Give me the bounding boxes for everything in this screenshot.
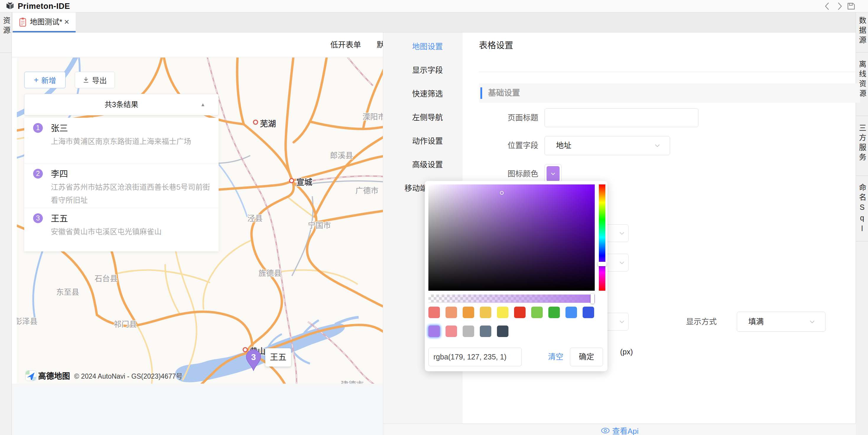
settings-menu-quick-filter[interactable]: 快速筛选 xyxy=(383,82,462,106)
item-address: 江苏省苏州市姑苏区沧浪街道西善长巷5号司前街看守所旧址 xyxy=(51,180,212,207)
nav-back-button[interactable] xyxy=(822,1,832,11)
save-button[interactable] xyxy=(846,1,856,11)
map-county-label: 泾县 xyxy=(247,212,262,223)
left-rail: 资源 xyxy=(0,12,12,435)
toolbar-item-default[interactable]: 默 xyxy=(377,32,383,57)
color-swatch[interactable] xyxy=(463,307,474,318)
color-swatch[interactable] xyxy=(548,307,560,318)
save-icon xyxy=(847,2,856,11)
rail-divider xyxy=(856,241,868,241)
map-county-label: 溧阳市 xyxy=(363,111,383,122)
primeton-logo-icon xyxy=(5,1,15,12)
nav-forward-button[interactable] xyxy=(835,1,845,11)
color-picker-popup: 清空 确定 xyxy=(425,181,608,371)
sidebar-item-third-party-services[interactable]: 三方服务 xyxy=(856,124,868,183)
map-marker-number: 3 xyxy=(245,353,262,362)
map-county-label: 郎溪县 xyxy=(330,149,353,160)
map-copyright: © 2024 AutoNavi - GS(2023)4677号 xyxy=(74,371,183,381)
px-unit-suffix: (px) xyxy=(620,348,633,356)
rail-divider xyxy=(0,53,12,53)
alpha-slider[interactable] xyxy=(428,295,595,303)
chevron-down-icon xyxy=(620,262,624,264)
sidebar-item-resources[interactable]: 资源 xyxy=(0,16,11,36)
map-county-label: 建德市 xyxy=(341,378,364,383)
right-rail: 数据源 离线资源 三方服务 命名Sql xyxy=(856,12,868,435)
view-api-link[interactable]: 查看Api xyxy=(601,425,639,435)
sv-marker[interactable] xyxy=(500,191,504,195)
map-city-label: 芜湖 xyxy=(260,118,276,129)
export-button[interactable]: 导出 xyxy=(75,72,115,88)
ide-screen: Primeton-IDE 资源 数据源 离线资源 三方服务 命名Sql xyxy=(0,0,868,435)
panel-title: 表格设置 xyxy=(479,38,513,51)
color-swatch[interactable] xyxy=(565,307,577,318)
collapse-icon[interactable]: ▲ xyxy=(200,94,205,115)
color-swatch[interactable] xyxy=(531,307,543,318)
settings-menu-display-fields[interactable]: 显示字段 xyxy=(383,59,462,82)
page-toolbar: 低开表单 默 xyxy=(12,32,383,57)
map-county-label: 祁门县 xyxy=(114,318,137,329)
app-title: Primeton-IDE xyxy=(18,0,70,12)
settings-menu-advanced[interactable]: 高级设置 xyxy=(383,153,462,176)
sidebar-item-datasource[interactable]: 数据源 xyxy=(856,16,868,64)
alpha-gradient xyxy=(428,295,595,303)
color-swatch[interactable] xyxy=(480,307,491,318)
sidebar-item-named-sql[interactable]: 命名Sql xyxy=(856,183,868,247)
section-header: 基础设置 xyxy=(479,83,860,103)
editor-tab-bar: 地图测试* × xyxy=(12,12,856,32)
chevron-down-icon xyxy=(810,321,814,324)
divider xyxy=(479,72,860,72)
color-swatch[interactable] xyxy=(445,326,457,337)
clear-color-button[interactable]: 清空 xyxy=(548,348,563,366)
list-item[interactable]: 2 李四 江苏省苏州市姑苏区沧浪街道西善长巷5号司前街看守所旧址 xyxy=(24,163,219,208)
add-button[interactable]: + 新增 xyxy=(24,72,66,88)
settings-menu-left-nav[interactable]: 左侧导航 xyxy=(383,106,462,129)
chevron-down-icon xyxy=(620,232,624,235)
map-city-label: 宣城 xyxy=(296,176,312,188)
color-swatch[interactable] xyxy=(497,326,508,337)
list-item[interactable]: 3 王五 安徽省黄山市屯溪区屯光镇麻雀山 xyxy=(24,208,219,252)
item-address: 上海市黄浦区南京东路街道上海来福士广场 xyxy=(51,135,212,148)
color-swatch[interactable] xyxy=(583,307,594,318)
toolbar-item-lowcode-form[interactable]: 低开表单 xyxy=(330,32,361,57)
chevron-down-icon xyxy=(620,321,624,324)
results-list: 1 张三 上海市黄浦区南京东路街道上海来福士广场 2 李四 江苏省苏州市姑苏区沧… xyxy=(24,118,219,252)
section-accent-bar xyxy=(480,87,482,99)
color-swatch[interactable] xyxy=(428,307,440,318)
settings-menu-actions[interactable]: 动作设置 xyxy=(383,129,462,153)
color-swatch[interactable] xyxy=(445,307,457,318)
location-field-select[interactable]: 地址 xyxy=(545,136,670,155)
color-swatch[interactable] xyxy=(497,307,508,318)
page-background xyxy=(12,383,383,435)
location-field-value: 地址 xyxy=(556,136,571,155)
tab-close-icon[interactable]: × xyxy=(64,12,69,31)
item-index-badge: 3 xyxy=(33,213,43,223)
color-swatch[interactable] xyxy=(463,326,474,337)
item-name: 张三 xyxy=(51,121,68,134)
map-marker-tooltip: 王五 xyxy=(265,348,291,367)
chevron-left-icon xyxy=(824,2,830,10)
results-summary: 共3条结果 xyxy=(25,94,218,115)
display-mode-select[interactable]: 填满 xyxy=(737,312,826,332)
map-county-label: 石台县 xyxy=(95,272,118,283)
map-county-label: 彭泽县 xyxy=(17,315,37,326)
tab-map-test[interactable]: 地图测试* × xyxy=(13,12,75,32)
color-swatch[interactable] xyxy=(480,326,491,337)
list-item[interactable]: 1 张三 上海市黄浦区南京东路街道上海来福士广场 xyxy=(24,118,219,163)
results-summary-bar[interactable]: 共3条结果 ▲ xyxy=(24,94,219,115)
settings-menu-map[interactable]: 地图设置 xyxy=(383,35,462,59)
map-county-label: 旌德县 xyxy=(258,267,282,278)
editor-content: 低开表单 默 xyxy=(12,32,856,435)
color-swatch-selected[interactable] xyxy=(428,326,440,337)
saturation-value-area[interactable] xyxy=(428,185,595,291)
item-index-badge: 1 xyxy=(33,123,43,133)
settings-panel: 地图设置 显示字段 快速筛选 左侧导航 动作设置 高级设置 移动端设置 表格设置… xyxy=(383,32,856,435)
confirm-color-button[interactable]: 确定 xyxy=(570,348,603,366)
hue-slider-handle[interactable] xyxy=(598,262,607,266)
title-bar: Primeton-IDE xyxy=(0,0,868,12)
rgba-value-input[interactable] xyxy=(428,348,522,366)
alpha-slider-handle[interactable] xyxy=(591,294,594,304)
color-swatch[interactable] xyxy=(514,307,526,318)
page-title-input[interactable] xyxy=(545,108,699,127)
chevron-right-icon xyxy=(837,2,843,10)
hue-slider[interactable] xyxy=(599,185,606,291)
